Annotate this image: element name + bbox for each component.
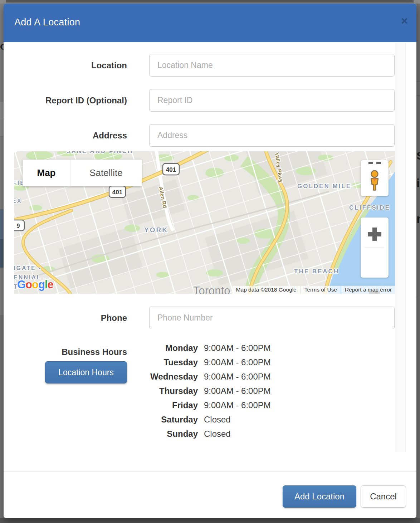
day-hours: 9:00AM - 6:00PM — [204, 370, 271, 384]
map-label-clipped-bottom-left: IGATE - — [14, 265, 41, 271]
business-hours-label: Business Hours — [4, 347, 127, 357]
day-hours: 9:00AM - 6:00PM — [204, 355, 271, 370]
logo-letter: l — [45, 278, 48, 291]
day-hours: 9:00AM - 6:00PM — [204, 398, 271, 412]
logo-letter: G — [17, 278, 25, 291]
phone-label: Phone — [4, 307, 127, 329]
background-row — [0, 102, 4, 119]
background-page-right: s i n — [416, 4, 420, 518]
background-text-fragment: s — [416, 147, 420, 163]
report-id-label: Report ID (Optional) — [4, 89, 127, 112]
map-label-clipped-left: EX — [14, 198, 22, 204]
modal-title: Add A Location — [14, 17, 80, 28]
hours-row: Sunday Closed — [122, 427, 271, 441]
map-data-copyright: Map data ©2018 Google — [233, 286, 300, 294]
map-label-the-beach: THE BEACH — [294, 268, 339, 275]
hours-row: Monday 9:00AM - 6:00PM — [122, 341, 271, 355]
day-label: Wednesday — [122, 370, 198, 384]
map-label-golden-mile: GOLDEN MILE — [297, 183, 351, 190]
location-name-input[interactable] — [149, 54, 395, 77]
logo-letter: g — [38, 278, 45, 291]
google-map[interactable]: JANE AND FINCH FIE EX GOLDEN MILE CLIFFS… — [14, 151, 395, 294]
background-divider — [416, 295, 420, 295]
background-divider — [416, 95, 420, 96]
day-label: Thursday — [122, 384, 198, 398]
modal-header: Add A Location × — [4, 4, 416, 42]
day-hours: 9:00AM - 6:00PM — [204, 341, 271, 355]
highway-shield-9: 9 — [14, 220, 24, 231]
day-label: Tuesday — [122, 355, 198, 370]
background-text-fragment: n — [416, 212, 420, 226]
business-hours-list: Monday 9:00AM - 6:00PM Tuesday 9:00AM - … — [122, 341, 271, 441]
background-row — [0, 315, 4, 518]
cancel-button[interactable]: Cancel — [361, 485, 406, 508]
report-id-input[interactable] — [149, 89, 395, 112]
address-label: Address — [4, 124, 127, 147]
location-hours-button[interactable]: Location Hours — [45, 361, 127, 383]
background-header-bar — [6, 0, 414, 3]
zoom-control — [361, 217, 389, 278]
background-page-bottom — [0, 518, 420, 523]
day-label: Monday — [122, 341, 198, 355]
logo-letter: e — [48, 278, 53, 291]
highway-shield-401: 401 — [109, 186, 126, 197]
add-location-button[interactable]: Add Location — [283, 485, 356, 508]
hours-row: Tuesday 9:00AM - 6:00PM — [122, 355, 271, 370]
background-page-top — [0, 0, 420, 4]
map-label-jane-and-finch: JANE AND FINCH — [67, 151, 133, 155]
background-row — [0, 239, 4, 268]
background-page-left: o — [0, 4, 4, 518]
google-logo[interactable]: Google — [17, 278, 53, 291]
hours-row: Thursday 9:00AM - 6:00PM — [122, 384, 271, 398]
background-row — [0, 119, 4, 136]
address-input[interactable] — [149, 124, 395, 147]
zoom-out-button[interactable] — [361, 248, 389, 278]
background-row — [0, 209, 4, 239]
map-label-toronto: Toronto — [193, 284, 230, 294]
day-label: Friday — [122, 398, 198, 412]
day-hours: 9:00AM - 6:00PM — [204, 384, 271, 398]
svg-text:401: 401 — [166, 166, 176, 173]
modal-scrollbar-track[interactable] — [395, 43, 406, 452]
zoom-in-button[interactable] — [361, 217, 389, 248]
background-text-fragment: i — [416, 176, 420, 190]
day-label: Sunday — [122, 427, 198, 441]
day-hours: Closed — [204, 427, 231, 441]
map-type-satellite-button[interactable]: Satellite — [70, 160, 142, 186]
svg-text:9: 9 — [17, 223, 20, 229]
plus-icon — [372, 228, 377, 241]
highway-shield-401: 401 — [163, 163, 179, 175]
background-text-fragment: o — [0, 40, 4, 52]
day-label: Saturday — [122, 412, 198, 427]
map-type-control: Map Satellite — [23, 160, 142, 186]
map-attribution: Map data ©2018 Google Terms of Use Repor… — [233, 286, 395, 294]
pegman-icon — [367, 170, 382, 192]
fullscreen-icon-fragment — [368, 162, 373, 164]
add-location-modal: Add A Location × Location Report ID (Opt… — [4, 4, 416, 518]
phone-number-input[interactable] — [149, 307, 395, 329]
hours-row: Friday 9:00AM - 6:00PM — [122, 398, 271, 412]
map-type-map-button[interactable]: Map — [23, 160, 70, 186]
map-label-york: YORK — [144, 226, 168, 234]
background-divider — [416, 82, 420, 82]
day-hours: Closed — [204, 412, 231, 427]
footer-divider — [4, 471, 416, 472]
hours-row: Saturday Closed — [122, 412, 271, 427]
map-label-cliffside: CLIFFSIDE — [349, 204, 390, 211]
logo-letter: o — [25, 278, 32, 291]
fullscreen-icon-fragment — [376, 162, 381, 164]
close-icon[interactable]: × — [401, 15, 408, 26]
report-map-error-link[interactable]: Report a map error — [341, 286, 395, 294]
location-label: Location — [4, 54, 127, 77]
pegman-control[interactable] — [361, 160, 389, 196]
svg-text:401: 401 — [112, 189, 122, 196]
hours-row: Wednesday 9:00AM - 6:00PM — [122, 370, 271, 384]
terms-of-use-link[interactable]: Terms of Use — [301, 286, 341, 294]
logo-letter: o — [32, 278, 38, 291]
